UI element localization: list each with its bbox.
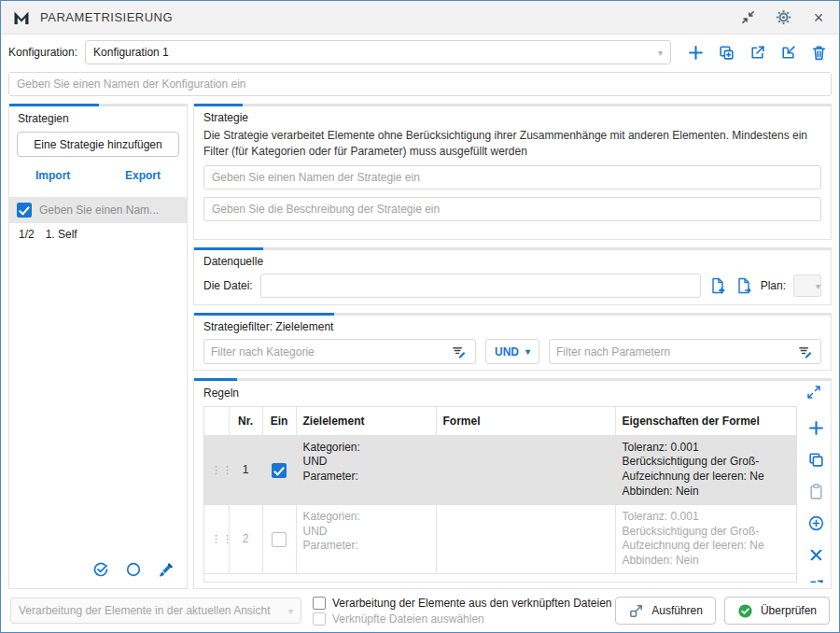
select-linked-files-label: Verknüpfte Dateien auswählen — [332, 612, 484, 626]
chevron-down-icon: ▾ — [658, 48, 663, 58]
parametrisierung-window: PARAMETRISIERUNG × Konfiguratio — [0, 0, 840, 633]
filter-operator-value: UND — [495, 345, 519, 359]
check-circle-icon — [737, 603, 753, 619]
add-rule-icon[interactable] — [807, 419, 825, 437]
duplicate-configuration-icon[interactable] — [717, 43, 735, 62]
strategy-name-input[interactable] — [203, 165, 821, 190]
filter-operator-select[interactable]: UND ▾ — [485, 339, 539, 364]
formula-column-header: Formel — [436, 407, 615, 435]
rule-nr: 2 — [229, 504, 262, 573]
import-configuration-icon[interactable] — [778, 43, 797, 62]
rule-enabled-checkbox[interactable] — [272, 463, 287, 478]
strategy-item-name: 1. Self — [46, 228, 77, 241]
sidebar-footer-icons — [9, 551, 187, 588]
chevron-down-icon: ▾ — [525, 346, 530, 357]
brush-icon[interactable] — [157, 560, 175, 579]
select-linked-files-checkbox[interactable] — [313, 612, 326, 626]
configuration-name-row — [1, 68, 839, 104]
rule-row[interactable]: ⋮⋮ 2 Kategorien: UND Parameter: Toleranz… — [204, 504, 796, 573]
run-button-label: Ausführen — [651, 604, 703, 617]
verify-all-icon[interactable] — [91, 560, 110, 579]
linked-files-processing-checkbox[interactable] — [313, 597, 326, 610]
strategies-title: Strategien — [9, 106, 187, 128]
category-filter-input[interactable] — [211, 345, 444, 359]
processing-mode-select[interactable]: Verarbeitung der Elemente in der aktuell… — [10, 598, 301, 624]
configuration-label: Konfiguration: — [8, 46, 77, 59]
copy-rule-icon[interactable] — [807, 451, 825, 469]
rules-section: Regeln — [193, 378, 832, 589]
filter-edit-icon[interactable] — [795, 343, 814, 361]
configuration-name-input[interactable] — [8, 72, 832, 96]
rule-props: Toleranz: 0.001 Berücksichtigung der Gro… — [615, 435, 796, 504]
chevron-down-icon: ▾ — [288, 606, 293, 616]
nr-column-header: Nr. — [229, 407, 262, 435]
window-title: PARAMETRISIERUNG — [40, 10, 173, 24]
filter-edit-icon[interactable] — [450, 343, 469, 361]
expand-icon[interactable] — [806, 385, 823, 401]
rule-enabled-checkbox[interactable] — [272, 532, 287, 547]
settings-gear-icon[interactable] — [774, 8, 792, 27]
footer-bar: Verarbeitung der Elemente in der aktuell… — [1, 589, 839, 632]
paste-rule-icon[interactable] — [807, 483, 825, 500]
strategy-list-item[interactable]: Geben Sie einen Nam... 1/2 1. Self — [9, 197, 187, 243]
file-path-input[interactable] — [260, 274, 701, 298]
datasource-section: Datenquelle Die Datei: Plan: — [193, 247, 832, 305]
rules-toolbar — [805, 406, 827, 583]
rules-table: Nr. Ein Zielelement Formel Eigenschaften… — [203, 406, 797, 583]
rule-formula — [436, 435, 615, 504]
drag-column-header — [204, 407, 229, 435]
add-file-icon[interactable] — [708, 276, 727, 295]
add-configuration-icon[interactable] — [686, 43, 705, 62]
main-area: Strategien Eine Strategie hinzufügen Imp… — [1, 104, 839, 589]
file-label: Die Datei: — [203, 279, 253, 292]
rule-target: Kategorien: UND Parameter: — [296, 504, 436, 573]
drag-handle[interactable]: ⋮⋮ — [211, 464, 233, 475]
export-configuration-icon[interactable] — [748, 43, 766, 62]
datasource-section-title: Datenquelle — [194, 250, 831, 271]
strategy-description-input[interactable] — [203, 197, 821, 221]
linked-files-processing-label: Verarbeitung der Elemente aus den verknü… — [332, 597, 612, 610]
rule-target: Kategorien: UND Parameter: — [296, 435, 436, 504]
circle-icon[interactable] — [124, 560, 143, 579]
configuration-select[interactable]: Konfiguration 1 ▾ — [85, 40, 671, 64]
strategy-section: Strategie Die Strategie verarbeitet Elem… — [193, 104, 832, 240]
close-icon[interactable]: × — [809, 8, 828, 27]
detach-file-icon[interactable] — [735, 276, 753, 295]
app-logo-icon — [12, 8, 31, 27]
collapse-window-icon[interactable] — [738, 8, 757, 27]
drag-handle[interactable]: ⋮⋮ — [211, 533, 233, 544]
run-button[interactable]: Ausführen — [615, 597, 716, 625]
export-rule-icon[interactable] — [807, 578, 825, 583]
chevron-down-icon: ▾ — [816, 281, 820, 291]
rule-formula — [436, 504, 615, 573]
delete-rule-icon[interactable] — [807, 546, 825, 564]
configuration-row: Konfiguration: Konfiguration 1 ▾ — [1, 35, 839, 68]
content-column: Strategie Die Strategie verarbeitet Elem… — [193, 104, 832, 589]
import-export-links: Import Export — [9, 161, 187, 190]
category-filter-field — [203, 339, 476, 364]
plan-select[interactable]: ▾ — [793, 274, 821, 297]
import-link[interactable]: Import — [35, 169, 70, 182]
strategy-description: Die Strategie verarbeitet Elemente ohne … — [194, 127, 831, 165]
add-strategy-button[interactable]: Eine Strategie hinzufügen — [17, 132, 179, 157]
strategies-panel: Strategien Eine Strategie hinzufügen Imp… — [8, 104, 188, 589]
delete-configuration-icon[interactable] — [809, 43, 828, 62]
add-circle-icon[interactable] — [807, 514, 825, 532]
parameter-filter-input[interactable] — [556, 345, 790, 359]
rules-section-title: Regeln — [203, 387, 239, 400]
export-link[interactable]: Export — [125, 169, 161, 182]
rule-row[interactable]: ⋮⋮ 1 Kategorien: UND Parameter: Toleranz… — [204, 435, 796, 504]
strategy-enabled-checkbox[interactable] — [17, 203, 32, 218]
rule-nr: 1 — [229, 435, 262, 504]
plan-label: Plan: — [761, 279, 786, 292]
strategy-section-title: Strategie — [194, 106, 831, 127]
parameter-filter-field — [549, 339, 821, 364]
verify-button-label: Überprüfen — [761, 604, 817, 617]
filter-section-title: Strategiefilter: Zielelement — [194, 316, 831, 336]
enabled-column-header: Ein — [262, 407, 296, 435]
verify-button[interactable]: Überprüfen — [724, 597, 830, 625]
configuration-select-value: Konfiguration 1 — [93, 46, 169, 59]
run-icon — [628, 603, 644, 619]
title-bar: PARAMETRISIERUNG × — [1, 1, 839, 35]
rules-header-row: Nr. Ein Zielelement Formel Eigenschaften… — [204, 407, 796, 435]
